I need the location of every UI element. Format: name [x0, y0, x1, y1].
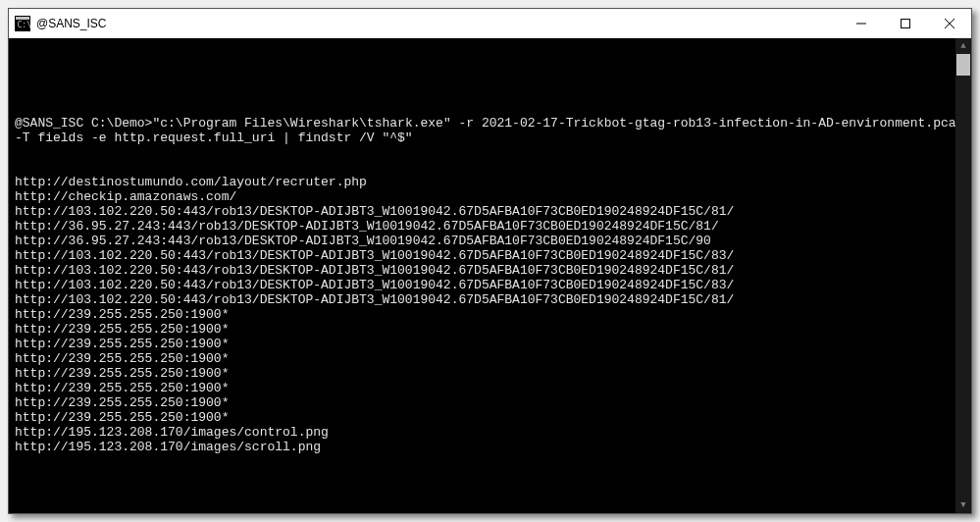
output-line: http://103.102.220.50:443/rob13/DESKTOP-…: [15, 204, 969, 219]
output-line: http://103.102.220.50:443/rob13/DESKTOP-…: [15, 248, 969, 263]
output-line: http://239.255.255.250:1900*: [15, 410, 969, 425]
output-line: http://103.102.220.50:443/rob13/DESKTOP-…: [15, 292, 969, 307]
scroll-up-arrow[interactable]: ▲: [955, 38, 971, 54]
cmd-icon: C:\: [15, 16, 30, 31]
output-line: http://103.102.220.50:443/rob13/DESKTOP-…: [15, 263, 969, 278]
output-line: http://195.123.208.170/images/control.pn…: [15, 425, 969, 440]
output-line: http://103.102.220.50:443/rob13/DESKTOP-…: [15, 278, 969, 292]
output-line: http://239.255.255.250:1900*: [15, 307, 969, 322]
scroll-down-arrow[interactable]: ▼: [955, 497, 971, 513]
output-line: http://239.255.255.250:1900*: [15, 381, 969, 395]
svg-text:C:\: C:\: [18, 21, 31, 29]
terminal-body[interactable]: @SANS_ISC C:\Demo>"c:\Program Files\Wire…: [9, 38, 971, 513]
command-prompt-window: C:\ @SANS_ISC @SANS_ISC C:\Demo>"c:\Prog…: [8, 8, 972, 514]
window-controls: [839, 9, 971, 37]
output-line: http://239.255.255.250:1900*: [15, 322, 969, 337]
maximize-button[interactable]: [883, 9, 927, 37]
terminal-content: @SANS_ISC C:\Demo>"c:\Program Files\Wire…: [15, 42, 969, 513]
prompt: @SANS_ISC C:\Demo>: [15, 116, 152, 130]
window-title: @SANS_ISC: [36, 17, 839, 30]
output-line: http://239.255.255.250:1900*: [15, 337, 969, 351]
output-line: http://239.255.255.250:1900*: [15, 366, 969, 381]
svg-rect-4: [901, 19, 909, 27]
minimize-button[interactable]: [839, 9, 883, 37]
vertical-scrollbar[interactable]: ▲ ▼: [955, 38, 971, 513]
command-text: "c:\Program Files\Wireshark\tshark.exe" …: [15, 116, 971, 145]
output-line: http://239.255.255.250:1900*: [15, 351, 969, 366]
output-line: http://36.95.27.243:443/rob13/DESKTOP-AD…: [15, 234, 969, 248]
scroll-thumb[interactable]: [956, 54, 970, 76]
output-line: http://destinostumundo.com/layout/recrut…: [15, 175, 969, 189]
svg-rect-1: [16, 17, 29, 20]
close-button[interactable]: [927, 9, 971, 37]
output-line: http://239.255.255.250:1900*: [15, 395, 969, 410]
output-line: http://36.95.27.243:443/rob13/DESKTOP-AD…: [15, 219, 969, 234]
titlebar[interactable]: C:\ @SANS_ISC: [9, 9, 971, 38]
output-line: http://checkip.amazonaws.com/: [15, 189, 969, 204]
output-line: http://195.123.208.170/images/scroll.png: [15, 440, 969, 454]
